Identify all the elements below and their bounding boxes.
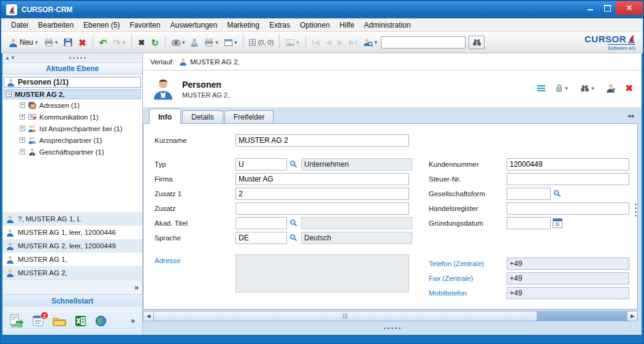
quickstart-tasks-button[interactable]: 2	[32, 315, 44, 327]
camera-button[interactable]	[169, 37, 188, 48]
person-search-button[interactable]	[361, 36, 380, 49]
quick-print-button[interactable]	[202, 37, 221, 48]
tab-details[interactable]: Details	[182, 110, 223, 123]
tab-freifelder[interactable]: Freifelder	[224, 110, 274, 123]
expand-icon[interactable]	[20, 137, 25, 143]
toolbar-search-input[interactable]	[381, 36, 466, 48]
nav-prev-button[interactable]: ◀	[323, 36, 334, 48]
typ-lookup-button[interactable]	[288, 159, 299, 170]
menu-extras[interactable]: Extras	[264, 20, 295, 31]
kundennummer-input[interactable]	[507, 158, 629, 170]
menu-bearbeiten[interactable]: Bearbeiten	[33, 20, 79, 31]
minimize-button[interactable]	[581, 1, 599, 15]
menu-marketing[interactable]: Marketing	[222, 20, 264, 31]
clear-button[interactable]: ✖	[136, 36, 147, 49]
history-list-item[interactable]: ?, MUSTER AG 1, L	[2, 212, 142, 226]
quickstart-mail-button[interactable]	[53, 315, 66, 326]
fax-field[interactable]: +49	[507, 272, 629, 285]
delete-button[interactable]: ✖	[76, 36, 89, 49]
steuer-nr-input[interactable]	[507, 173, 629, 185]
zusatz1-input[interactable]	[236, 188, 409, 200]
akad-titel-input[interactable]	[236, 217, 287, 229]
akad-titel-lookup-button[interactable]	[288, 218, 299, 229]
tree-child-label: Ist Ansprechpartner bei (1)	[39, 125, 123, 132]
calendar-icon[interactable]: 31	[553, 218, 562, 228]
mobiltelefon-field[interactable]: +49	[507, 287, 629, 299]
quickstart-excel-button[interactable]	[75, 315, 86, 327]
history-list-item[interactable]: MUSTER AG 1,	[2, 253, 142, 266]
scroll-right-button[interactable]: ▶	[627, 312, 637, 321]
tree-node-selected[interactable]: MUSTER AG 2,	[4, 89, 141, 99]
kurzname-input[interactable]	[236, 134, 409, 147]
sprache-input[interactable]	[236, 232, 287, 244]
assign-person-button[interactable]	[604, 82, 618, 94]
history-list-item[interactable]: MUSTER AG 2,	[2, 266, 142, 280]
collapse-arrows-icon[interactable]: ▲▼	[5, 55, 16, 61]
sidebar-splitter[interactable]: ▲▼	[2, 53, 142, 63]
tree-node-adressen[interactable]: Adressen (1)	[2, 99, 142, 111]
sprache-lookup-button[interactable]	[288, 232, 299, 243]
scrollbar-thumb[interactable]	[154, 312, 537, 321]
tree-root-personen[interactable]: Personen (1/1)	[4, 77, 141, 88]
new-button[interactable]: Neu	[6, 36, 40, 49]
handelsregister-input[interactable]	[507, 202, 629, 215]
undo-button[interactable]: ↶	[97, 36, 110, 49]
expand-icon[interactable]	[20, 102, 25, 108]
nav-first-button[interactable]: ◀	[310, 36, 322, 48]
tree-node-ist-ansprechpartner-bei[interactable]: Ist Ansprechpartner bei (1)	[2, 123, 142, 134]
close-record-icon[interactable]: ✖	[625, 83, 633, 94]
search-record-button[interactable]	[578, 83, 597, 94]
scrollbar-track[interactable]	[154, 312, 627, 321]
expand-icon[interactable]	[20, 149, 25, 155]
panel-splitter-dots[interactable]	[634, 204, 637, 216]
nav-last-button[interactable]: ▶	[347, 36, 359, 48]
menu-optionen[interactable]: Optionen	[295, 20, 335, 31]
find-button[interactable]	[469, 36, 485, 49]
menu-favoriten[interactable]: Favoriten	[125, 20, 165, 31]
tree-node-kommunikation[interactable]: Kommunikation (1)	[2, 111, 142, 123]
gruendungsdatum-input[interactable]	[507, 217, 551, 229]
horizontal-scrollbar[interactable]: ◀ ▶	[143, 311, 638, 321]
view-window-button[interactable]	[222, 37, 240, 48]
close-button[interactable]	[616, 1, 643, 15]
telefon-field[interactable]: +49	[507, 258, 629, 270]
quickstart-web-button[interactable]	[95, 315, 107, 327]
collapse-panel-handle[interactable]: ◂◂	[626, 111, 635, 120]
scroll-left-button[interactable]: ◀	[144, 312, 154, 321]
menu-ebenen[interactable]: Ebenen (5)	[79, 20, 125, 31]
refresh-button[interactable]: ↻	[148, 36, 161, 49]
history-chip[interactable]: MUSTER AG 2,	[179, 58, 240, 66]
history-more-button[interactable]: »	[134, 283, 139, 292]
gesellschaftsform-lookup-button[interactable]	[552, 188, 562, 199]
lock-button[interactable]	[553, 82, 570, 94]
menu-auswertungen[interactable]: Auswertungen	[165, 20, 222, 31]
quickstart-open-button[interactable]: OPEN	[10, 314, 23, 328]
menu-hilfe[interactable]: Hilfe	[335, 20, 359, 31]
tree-node-ansprechpartner[interactable]: Ansprechpartner (1)	[2, 134, 142, 146]
typ-input[interactable]	[236, 158, 287, 170]
collapse-expander-icon[interactable]	[6, 91, 12, 97]
menu-administration[interactable]: Administration	[359, 20, 416, 31]
image-button[interactable]	[283, 37, 302, 48]
tab-info[interactable]: Info	[149, 109, 181, 124]
history-list-item[interactable]: MUSTER AG 2, leer, 12000449	[2, 239, 142, 253]
maximize-button[interactable]	[599, 1, 616, 15]
save-button[interactable]	[61, 36, 75, 48]
expand-icon[interactable]	[20, 114, 25, 120]
print-button[interactable]	[42, 37, 61, 48]
quickstart-more-button[interactable]: »	[131, 316, 135, 325]
expand-icon[interactable]	[20, 126, 25, 131]
menu-datei[interactable]: Datei	[6, 20, 33, 31]
nav-next-button[interactable]: ▶	[335, 36, 345, 48]
menu-list-icon[interactable]	[537, 85, 545, 91]
drag-dots-icon[interactable]	[384, 327, 401, 329]
history-list-item[interactable]: MUSTER AG 1, leer, 12000446	[2, 226, 142, 239]
tree-node-geschaeftspartner[interactable]: Geschäftspartner (1)	[2, 146, 142, 158]
redo-button[interactable]: ↷	[110, 36, 128, 49]
flask-button[interactable]	[188, 37, 201, 48]
bottom-splitter[interactable]	[143, 321, 642, 335]
gesellschaftsform-input[interactable]	[507, 188, 551, 200]
zusatz-input[interactable]	[236, 202, 409, 215]
firma-input[interactable]	[236, 173, 409, 185]
drag-dots-icon[interactable]	[69, 57, 86, 59]
